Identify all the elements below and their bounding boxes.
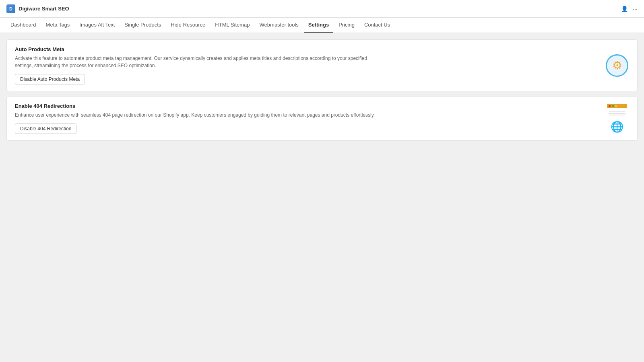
browser-dot-yellow	[615, 105, 617, 107]
auto-products-meta-title: Auto Products Meta	[15, 46, 599, 52]
browser-window-icon	[607, 104, 627, 119]
nav-bar: Dashboard Meta Tags Images Alt Text Sing…	[0, 18, 644, 33]
user-icon[interactable]: 👤	[621, 6, 628, 12]
disable-auto-products-meta-button[interactable]: Disable Auto Products Meta	[15, 74, 85, 84]
nav-item-single-products[interactable]: Single Products	[120, 18, 165, 33]
browser-dot-green	[612, 105, 614, 107]
redirect-icon-container: 🌐	[605, 107, 629, 131]
nav-item-html-sitemap[interactable]: HTML Sitemap	[211, 18, 254, 33]
browser-dot-red	[609, 105, 611, 107]
nav-item-dashboard[interactable]: Dashboard	[6, 18, 40, 33]
main-content: Auto Products Meta Activate this feature…	[0, 33, 644, 147]
auto-products-meta-icon-container	[605, 53, 629, 78]
browser-toolbar	[607, 104, 627, 108]
app-title: Digiware Smart SEO	[19, 6, 69, 12]
more-icon[interactable]: ···	[633, 6, 638, 12]
top-bar-actions: 👤 ···	[621, 6, 638, 12]
browser-line-1	[609, 111, 625, 112]
enable-404-description: Enhance user experience with seamless 40…	[15, 111, 377, 119]
app-branding: D Digiware Smart SEO	[6, 4, 69, 13]
nav-item-hide-resource[interactable]: Hide Resource	[167, 18, 209, 33]
browser-content-lines	[607, 111, 627, 116]
auto-products-meta-content: Auto Products Meta Activate this feature…	[15, 46, 599, 84]
auto-products-meta-description: Activate this feature to automate produc…	[15, 55, 377, 69]
gear-settings-icon	[606, 54, 628, 77]
nav-item-meta-tags[interactable]: Meta Tags	[42, 18, 74, 33]
nav-item-settings[interactable]: Settings	[304, 18, 333, 33]
nav-item-images-alt-text[interactable]: Images Alt Text	[75, 18, 119, 33]
nav-item-webmaster-tools[interactable]: Webmaster tools	[256, 18, 303, 33]
auto-products-meta-card: Auto Products Meta Activate this feature…	[6, 39, 638, 91]
browser-line-3	[609, 115, 625, 115]
nav-item-contact-us[interactable]: Contact Us	[360, 18, 394, 33]
redirect-browser-globe-icon: 🌐	[607, 104, 627, 133]
browser-body	[607, 108, 627, 119]
enable-404-redirections-card: Enable 404 Redirections Enhance user exp…	[6, 96, 638, 141]
enable-404-content: Enable 404 Redirections Enhance user exp…	[15, 103, 599, 134]
enable-404-title: Enable 404 Redirections	[15, 103, 599, 109]
app-logo: D	[6, 4, 15, 13]
globe-icon: 🌐	[611, 121, 623, 133]
browser-line-2	[609, 113, 625, 114]
top-bar: D Digiware Smart SEO 👤 ···	[0, 0, 644, 18]
nav-item-pricing[interactable]: Pricing	[334, 18, 359, 33]
disable-404-redirection-button[interactable]: Disable 404 Redirection	[15, 123, 76, 134]
